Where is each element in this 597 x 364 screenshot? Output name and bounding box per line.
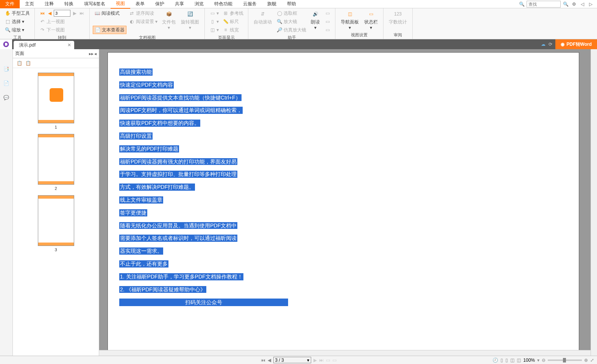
wordcount-button[interactable]: 123字数统计 — [387, 9, 409, 25]
thumb-tool-2-icon[interactable]: 📋 — [25, 61, 31, 66]
vertical-scrollbar[interactable] — [591, 49, 597, 356]
layout-contfacing-icon[interactable]: ◫ — [517, 358, 521, 363]
page-number-input[interactable] — [54, 10, 70, 17]
text-line[interactable]: 福昕PDF阅读器提供文本查找功能（快捷键Ctrl+F） — [119, 94, 242, 101]
refresh-icon[interactable]: ⟳ — [549, 42, 552, 47]
menu-flagship[interactable]: 旗舰 — [262, 0, 282, 8]
thumb-tool-1-icon[interactable]: 📋 — [17, 61, 22, 66]
comments-tool[interactable]: 💬 — [2, 93, 11, 102]
first-page-icon[interactable]: ⏮ — [39, 10, 45, 16]
status-nav-1-icon[interactable]: ▭ — [326, 358, 330, 363]
reverse-read-button[interactable]: ⇄逆序阅读 — [127, 9, 159, 17]
nav-right-icon[interactable]: ▷ — [587, 1, 594, 8]
thumbnail-2[interactable]: 2 — [38, 134, 74, 191]
zoom-out-icon[interactable]: ⊖ — [542, 358, 546, 363]
text-line[interactable]: 2. 《福昕PDF阅读器疑难帮助中心》 — [119, 286, 206, 293]
menu-cloud[interactable]: 云服务 — [238, 0, 262, 8]
last-page-icon[interactable]: ⏭ — [79, 10, 85, 16]
text-line[interactable]: 1. 关注福昕PDF助手，学习更多PDF文档操作教程！ — [119, 273, 243, 280]
pdf-to-word-button[interactable]: ◉ PDF转Word — [555, 39, 597, 49]
layout-single-icon[interactable]: ▯ — [500, 358, 503, 363]
read-aloud-button[interactable]: 🔊朗读▾ — [309, 9, 322, 31]
thumbnails-list[interactable]: 1 2 3 — [13, 68, 99, 356]
text-line[interactable]: 需要添加个人签名或者标识时，可以通过福昕阅读 — [119, 235, 237, 242]
fullscreen-icon[interactable]: ⤢ — [590, 358, 594, 363]
magnifier-button[interactable]: 🔍放大镜 — [275, 17, 308, 26]
prev-page-icon[interactable]: ◀ — [47, 10, 53, 16]
menu-help[interactable]: 帮助 — [282, 0, 301, 8]
menu-protect[interactable]: 保护 — [150, 0, 170, 8]
read-bg-button[interactable]: ◐阅读背景▾ — [127, 17, 159, 26]
nav-expand-icon[interactable]: ▸▸ — [89, 51, 94, 56]
text-line[interactable]: 阅读PDF文档时，你可以通过单词或词组精确检索， — [119, 107, 243, 114]
qr-banner[interactable]: 扫码关注公众号 — [119, 299, 288, 306]
read-mode-button[interactable]: 📖阅读模式 — [93, 9, 126, 17]
status-prev-page-icon[interactable]: ◀ — [268, 358, 271, 363]
status-nav-2-icon[interactable]: ▭ — [332, 358, 337, 363]
layout-2-button[interactable]: ▯▾ — [208, 17, 220, 26]
text-line[interactable]: 高级打印设置 — [119, 132, 153, 140]
menu-browse[interactable]: 浏览 — [189, 0, 209, 8]
file-package-button[interactable]: 📦文件包▾ — [160, 9, 178, 31]
bookmark-tool[interactable]: 📑 — [2, 64, 11, 73]
menu-file[interactable]: 文件 — [0, 0, 20, 8]
search-input[interactable] — [527, 1, 561, 8]
gear-icon[interactable]: ⚙ — [571, 1, 577, 8]
text-line[interactable]: 于学习。支持虚拟打印、批量打印等多种打印处理 — [119, 171, 237, 178]
layout-facing-icon[interactable]: ◫ — [510, 358, 514, 363]
hand-tool-button[interactable]: ✋手型工具 — [3, 9, 31, 17]
assist-opt-2[interactable]: ▭ — [323, 17, 332, 26]
page-content[interactable]: 高级搜索功能 快速定位PDF文档内容 福昕PDF阅读器提供文本查找功能（快捷键C… — [108, 52, 579, 351]
text-line[interactable]: 不止于此，还有更多 — [119, 260, 168, 268]
search-icon[interactable]: 🔍 — [562, 1, 569, 8]
text-line[interactable]: 签字更便捷 — [119, 209, 147, 216]
nav-collapse-icon[interactable]: ◂ — [94, 51, 97, 56]
next-view-button[interactable]: ↷下一视图 — [38, 26, 86, 34]
status-first-page-icon[interactable]: ⏮ — [261, 358, 265, 363]
status-bar-button[interactable]: ▭状态栏▾ — [362, 9, 380, 31]
status-last-page-icon[interactable]: ⏭ — [319, 358, 324, 363]
guides-button[interactable]: ⊞参考线 — [221, 9, 245, 17]
text-line[interactable]: 方式，有效解决PDF打印难题。 — [119, 184, 195, 191]
text-viewer-button[interactable]: 📄文本查看器 — [93, 26, 126, 34]
linewidth-button[interactable]: ≡线宽 — [221, 26, 245, 34]
assist-opt-1[interactable]: ▭ — [323, 9, 332, 17]
layout-1-button[interactable]: ▭▾ — [208, 9, 220, 17]
history-icon[interactable]: 🕘 — [493, 358, 498, 363]
select-ring-button[interactable]: ◯选取框 — [275, 9, 308, 17]
pages-tool[interactable]: 📄 — [2, 79, 11, 88]
autoscroll-button[interactable]: ⇵自动滚动 — [251, 9, 274, 25]
layout-cont-icon[interactable]: ▯ — [505, 358, 508, 363]
search-in-doc-icon[interactable]: 🔍 — [518, 1, 525, 8]
text-line[interactable]: 快速获取PDF文档中想要的内容。 — [119, 120, 200, 127]
text-line[interactable]: 快速定位PDF文档内容 — [119, 81, 174, 89]
status-page-combo[interactable]: 3 / 3 ▾ — [273, 357, 311, 363]
rotate-view-button[interactable]: 🔄旋转视图▾ — [179, 9, 201, 31]
menu-convert[interactable]: 转换 — [59, 0, 79, 8]
assist-opt-3[interactable]: ▭ — [323, 26, 332, 34]
nav-panel-button[interactable]: ◫导航面板▾ — [338, 9, 361, 31]
menu-home[interactable]: 主页 — [20, 0, 39, 8]
document-tab[interactable]: 演示.pdf ✕ — [14, 41, 74, 49]
document-viewer[interactable]: 高级搜索功能 快速定位PDF文档内容 福昕PDF阅读器提供文本查找功能（快捷键C… — [99, 49, 597, 356]
cloud-sync-icon[interactable]: ☁ — [541, 42, 546, 47]
menu-features[interactable]: 特色功能 — [209, 0, 238, 8]
next-page-icon[interactable]: ▶ — [72, 10, 78, 16]
layout-3-button[interactable]: ◫▾ — [208, 26, 220, 34]
menu-comment[interactable]: 注释 — [39, 0, 59, 8]
menu-fillsign[interactable]: 填写&签名 — [79, 0, 111, 8]
zoom-slider[interactable] — [548, 359, 582, 361]
thumbnail-3[interactable]: 3 — [38, 195, 74, 252]
menu-share[interactable]: 共享 — [170, 0, 189, 8]
nav-left-icon[interactable]: ◁ — [579, 1, 586, 8]
zoom-dropdown-icon[interactable]: ▾ — [537, 358, 539, 363]
text-line[interactable]: 解决常见的PDF打印难题 — [119, 145, 179, 152]
text-line[interactable]: 福昕PDF阅读器拥有强大的打印功能，界面友好易 — [119, 158, 237, 165]
text-line[interactable]: 线上文件审核盖章 — [119, 196, 163, 204]
status-next-page-icon[interactable]: ▶ — [313, 358, 317, 363]
menu-form[interactable]: 表单 — [130, 0, 150, 8]
zoom-in-icon[interactable]: ⊕ — [584, 358, 588, 363]
app-logo[interactable] — [0, 39, 12, 49]
fake-magnifier-button[interactable]: 🔎仿真放大镜 — [275, 26, 308, 34]
close-tab-icon[interactable]: ✕ — [67, 42, 71, 48]
